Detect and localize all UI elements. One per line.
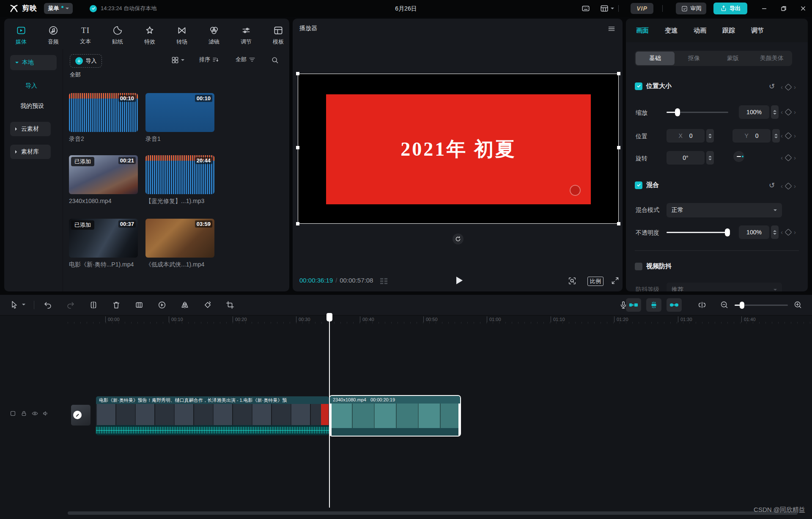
keyframe-control[interactable]: ‹› [781,182,796,189]
keyframe-diamond-icon[interactable] [785,182,792,189]
scale-value[interactable]: 100% [739,105,769,119]
selection-handle[interactable] [296,72,299,75]
preview-axis-toggle[interactable] [697,300,707,310]
fullscreen-button[interactable] [611,276,620,285]
rotate-value[interactable]: 0° [667,151,705,165]
cover-edit-button[interactable] [71,405,91,426]
tab-speed[interactable]: 变速 [665,27,678,35]
slider-knob[interactable] [740,302,744,309]
subtab-cutout[interactable]: 抠像 [675,52,713,65]
nav-item-cloud[interactable]: 云素材 [10,122,51,136]
keyframe-control[interactable]: ‹› [781,132,796,139]
checkbox-checked-icon[interactable] [635,181,642,189]
redo-button[interactable] [66,300,75,310]
rotate-knob[interactable] [733,151,744,162]
preview-quality-button[interactable] [568,276,577,286]
timeline-clip-selected[interactable]: 2340x1080.mp4 00:00:20:19 [329,395,461,437]
position-y-stepper[interactable] [772,129,780,143]
opacity-stepper[interactable] [771,225,779,239]
keyframe-diamond-icon[interactable] [785,228,792,236]
rotate-handle[interactable] [453,233,464,244]
nav-item-presets[interactable]: 我的预设 [20,102,44,110]
player-menu-button[interactable] [607,25,616,33]
ribbon-tab-filter[interactable]: 滤镜 [200,23,228,47]
selection-handle[interactable] [617,222,620,225]
nav-item-asset-library[interactable]: 素材库 [10,145,51,159]
keyframe-control[interactable]: ‹› [781,83,796,91]
ribbon-tab-effects[interactable]: 特效 [136,23,163,47]
opacity-slider[interactable] [667,232,730,233]
restore-button[interactable] [779,4,788,13]
filter-button[interactable]: 全部 [236,56,256,63]
import-button[interactable]: + 导入 [70,54,102,68]
link-toggle[interactable] [667,298,682,312]
ribbon-tab-template[interactable]: 模板 [265,23,289,47]
position-x-input[interactable]: X 0 [667,129,705,143]
subtab-beauty[interactable]: 美颜美体 [752,52,791,65]
auto-snap-toggle[interactable] [646,298,661,312]
timeline-zoom-slider[interactable] [735,305,788,306]
ribbon-tab-audio[interactable]: 音频 [40,23,67,47]
subtab-mask[interactable]: 蒙版 [713,52,752,65]
selection-handle[interactable] [617,146,620,149]
subtab-basic[interactable]: 基础 [636,52,675,65]
reset-icon[interactable]: ↺ [769,181,775,190]
tab-adjust[interactable]: 调节 [751,27,764,35]
keyframe-diamond-icon[interactable] [785,132,792,139]
media-item[interactable]: 已添加 00:21 2340x1080.mp4 [69,155,138,204]
slider-knob[interactable] [675,108,680,116]
view-mode-button[interactable] [171,56,184,64]
close-button[interactable] [798,4,808,13]
ratio-button[interactable]: 比例 [587,277,604,286]
keyframe-control[interactable]: ‹› [781,228,796,236]
position-x-stepper[interactable] [706,129,714,143]
select-tool-button[interactable] [10,300,25,309]
stabilize-level-select[interactable]: 推荐 [667,283,782,291]
ribbon-tab-adjust[interactable]: 调节 [233,23,260,47]
selection-handle[interactable] [296,222,299,225]
scale-slider[interactable] [667,112,728,113]
shortcut-keys-icon[interactable] [581,4,590,13]
playhead-line[interactable] [329,313,330,508]
undo-button[interactable] [43,300,52,310]
track-style-button[interactable] [9,410,16,417]
reverse-button[interactable] [157,300,167,310]
scale-stepper[interactable] [771,105,779,119]
play-button[interactable] [455,275,464,286]
checkbox-unchecked-icon[interactable] [635,263,642,270]
opacity-value[interactable]: 100% [739,225,769,239]
ribbon-tab-text[interactable]: TI 文本 [72,23,99,47]
sort-button[interactable]: 排序 [199,56,219,63]
frame-grid-button[interactable] [379,277,389,285]
clip-trim-handle-left[interactable] [330,404,332,436]
checkbox-checked-icon[interactable] [635,82,642,90]
main-track-magnet-toggle[interactable] [626,298,641,312]
media-item[interactable]: 00:10 录音2 [69,93,138,143]
player-canvas[interactable]: 2021年 初夏 [298,74,619,224]
slider-knob[interactable] [725,228,730,236]
tab-animation[interactable]: 动画 [694,27,706,35]
freeze-frame-button[interactable] [134,300,144,310]
keyframe-diamond-icon[interactable] [785,154,792,161]
media-item[interactable]: 已添加 00:37 电影《新·奥特...P1).mp4 [69,219,138,269]
keyframe-diamond-icon[interactable] [785,108,792,115]
reset-icon[interactable]: ↺ [769,82,775,91]
position-y-input[interactable]: Y 0 [732,129,771,143]
selection-handle[interactable] [617,72,620,75]
media-item[interactable]: 00:10 录音1 [145,93,214,143]
nav-item-local[interactable]: 本地 [10,55,57,70]
hide-track-button[interactable] [31,410,38,417]
crop-button[interactable] [225,300,235,310]
rotate-clip-button[interactable] [203,300,212,310]
ribbon-tab-sticker[interactable]: 贴纸 [104,23,131,47]
layout-switch-button[interactable] [600,4,614,13]
blend-mode-select[interactable]: 正常 [667,203,782,217]
zoom-in-button[interactable] [793,300,802,309]
lock-track-button[interactable] [20,410,27,417]
timeline-clip-movie[interactable]: 电影《新·奥特曼》预告！庵野秀明、樋口真嗣合作，长泽雅美出演 - 1.电影《新·… [96,396,329,435]
ribbon-tab-media[interactable]: 媒体 [8,23,35,47]
zoom-out-button[interactable] [720,300,729,309]
rotate-stepper[interactable] [706,151,714,165]
media-item[interactable]: 20:44 【蓝光修复】...1).mp3 [145,155,214,205]
tab-picture[interactable]: 画面 [636,27,649,35]
